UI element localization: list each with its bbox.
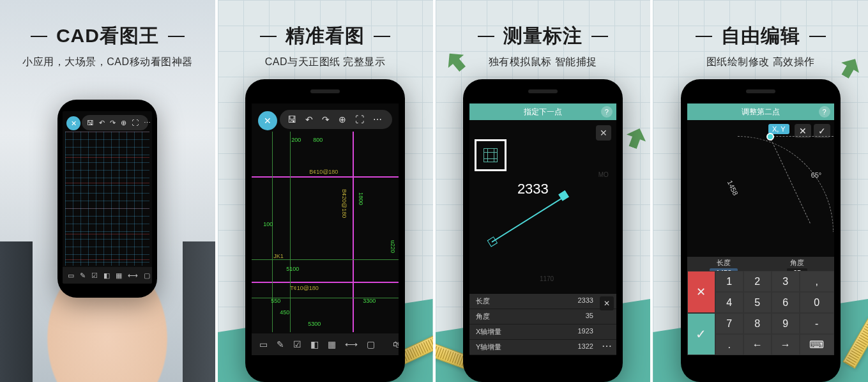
snap-cursor-icon[interactable] — [475, 139, 506, 171]
dim-label: 450 — [280, 309, 289, 316]
arc-widget[interactable]: 1458 65° — [703, 133, 830, 261]
cad-canvas[interactable]: ✕ ✓ X, Y 1458 65° — [687, 120, 834, 256]
cad-canvas[interactable] — [65, 132, 149, 266]
fullscreen-icon[interactable]: ⛶ — [355, 114, 364, 125]
cancel-button[interactable]: ✕ — [596, 125, 611, 141]
info-row: X轴增量1923 — [469, 325, 616, 340]
chat-icon[interactable]: ▭ — [68, 271, 74, 280]
key-keyboard[interactable]: ⌨ — [800, 334, 834, 355]
info-more-button[interactable]: ⋯ — [600, 339, 614, 353]
key-left[interactable]: ← — [743, 334, 772, 355]
help-icon[interactable]: ? — [819, 106, 830, 118]
key-enter[interactable]: ✓ — [687, 313, 715, 355]
dim-icon[interactable]: ⟷ — [128, 271, 138, 280]
length-input[interactable]: 长度 1458 — [687, 257, 761, 271]
cad-line — [353, 132, 354, 332]
info-key: Y轴增量 — [476, 342, 501, 352]
dash-icon — [809, 36, 826, 37]
info-val: 35 — [586, 312, 610, 321]
cad-canvas[interactable]: 200 800 B¢10@180 1800 B¢20@180 100 JK1 5… — [252, 132, 399, 332]
angle-input[interactable]: 角度 65 — [761, 257, 834, 271]
info-row: 长度2333 — [469, 294, 616, 309]
cad-canvas[interactable]: ✕ MO 1170 2333 — [469, 120, 616, 308]
dim-icon[interactable]: ⟷ — [345, 339, 358, 349]
arc-handle[interactable] — [766, 133, 774, 141]
beam-label: B¢20@180 — [341, 189, 347, 218]
info-key: X轴增量 — [476, 327, 501, 337]
cad-gline — [290, 132, 291, 332]
input-row: 长度 1458 角度 65 — [687, 257, 834, 271]
key-dot[interactable]: . — [715, 334, 743, 355]
dash-icon — [591, 36, 608, 37]
check-icon[interactable]: ☑ — [91, 271, 98, 280]
top-toolbar: 🖫 ↶ ↷ ⊕ ⛶ ⋯ — [82, 115, 148, 130]
key-minus[interactable]: - — [800, 313, 834, 334]
faint-label: MO — [598, 171, 609, 178]
showcase-panel-3: 测量标注 独有模拟鼠标 智能捕捉 指定下一点 ? ✕ MO 1170 2333 … — [436, 0, 651, 382]
dash-icon — [374, 36, 390, 37]
key-7[interactable]: 7 — [715, 313, 743, 334]
key-9[interactable]: 9 — [772, 313, 800, 334]
redo-icon[interactable]: ↷ — [110, 119, 116, 127]
more-icon[interactable]: ⋯ — [144, 119, 151, 127]
undo-icon[interactable]: ↶ — [305, 114, 313, 125]
key-comma[interactable]: , — [800, 271, 834, 292]
phone-screen: 调整第二点 ? ✕ ✓ X, Y 1458 65° — [687, 103, 834, 355]
key-delete[interactable]: ✕ — [687, 271, 715, 313]
box-icon[interactable]: ▢ — [367, 339, 375, 349]
arc-angle-label: 65° — [811, 171, 822, 179]
panel-subtitle: 独有模拟鼠标 智能捕捉 — [478, 56, 608, 69]
key-3[interactable]: 3 — [772, 271, 800, 292]
fullscreen-icon[interactable]: ⛶ — [132, 119, 139, 126]
showcase-panel-1: CAD看图王 小应用，大场景，CAD移动看图神器 ✕ 🖫 ↶ ↷ ⊕ ⛶ ⋯ ▭… — [0, 0, 215, 382]
dash-icon — [696, 36, 712, 37]
redo-icon[interactable]: ↷ — [322, 114, 330, 125]
measure-line[interactable] — [491, 196, 565, 243]
chat-icon[interactable]: ▭ — [259, 339, 268, 349]
save-icon[interactable]: 🖫 — [87, 119, 94, 126]
zoom-icon[interactable]: ⊕ — [121, 119, 126, 127]
zoom-icon[interactable]: ⊕ — [339, 114, 346, 125]
panel-title: 测量标注 — [503, 23, 582, 49]
save-icon[interactable]: 🖫 — [287, 114, 296, 125]
box-icon[interactable]: ▢ — [144, 271, 150, 280]
phone-mock: 调整第二点 ? ✕ ✓ X, Y 1458 65° — [681, 79, 841, 382]
info-close-button[interactable]: ✕ — [600, 296, 614, 310]
top-toolbar: 🖫 ↶ ↷ ⊕ ⛶ ⋯ — [280, 110, 392, 129]
undo-icon[interactable]: ↶ — [99, 119, 105, 127]
close-button[interactable]: ✕ — [66, 116, 80, 130]
tbeam-label: T¢10@180 — [290, 285, 319, 291]
close-button[interactable]: ✕ — [258, 111, 277, 130]
pen-icon[interactable]: ✎ — [80, 271, 86, 280]
cad-line — [252, 282, 399, 283]
info-key: 角度 — [476, 312, 490, 321]
key-4[interactable]: 4 — [715, 292, 743, 313]
key-right[interactable]: → — [772, 334, 800, 355]
dim-label: 3300 — [363, 298, 376, 304]
more-icon[interactable]: ⋯ — [373, 114, 382, 125]
grid-icon[interactable]: ▦ — [116, 271, 122, 280]
bottom-toolbar: ▭ ✎ ☑ ◧ ▦ ⟷ ▢ 🛍 — [252, 333, 399, 355]
key-6[interactable]: 6 — [772, 292, 800, 313]
key-8[interactable]: 8 — [743, 313, 772, 334]
dim-label: 800 — [313, 137, 323, 143]
phone-screen: ✕ 🖫 ↶ ↷ ⊕ ⛶ ⋯ 200 800 B¢10@180 1800 — [252, 103, 399, 355]
bag-icon[interactable]: 🛍 — [393, 339, 399, 349]
dim-label: 1800 — [358, 192, 364, 205]
prompt-text: 调整第二点 — [742, 107, 780, 118]
measure-value: 2333 — [517, 181, 549, 197]
check-icon[interactable]: ☑ — [293, 339, 301, 349]
key-5[interactable]: 5 — [743, 292, 772, 313]
key-2[interactable]: 2 — [743, 271, 772, 292]
pen-icon[interactable]: ✎ — [277, 339, 284, 349]
grid-icon[interactable]: ▦ — [328, 339, 336, 349]
input-label: 长度 — [717, 258, 731, 268]
help-icon[interactable]: ? — [601, 106, 613, 118]
key-1[interactable]: 1 — [715, 271, 743, 292]
info-panel: ✕ ⋯ 长度2333 角度35 X轴增量1923 Y轴增量1322 — [469, 294, 616, 355]
layers-icon[interactable]: ◧ — [103, 271, 110, 280]
key-0[interactable]: 0 — [800, 292, 834, 313]
dim-label: 200 — [291, 137, 301, 143]
prompt-bar: 指定下一点 ? — [469, 103, 616, 120]
layers-icon[interactable]: ◧ — [310, 339, 319, 349]
